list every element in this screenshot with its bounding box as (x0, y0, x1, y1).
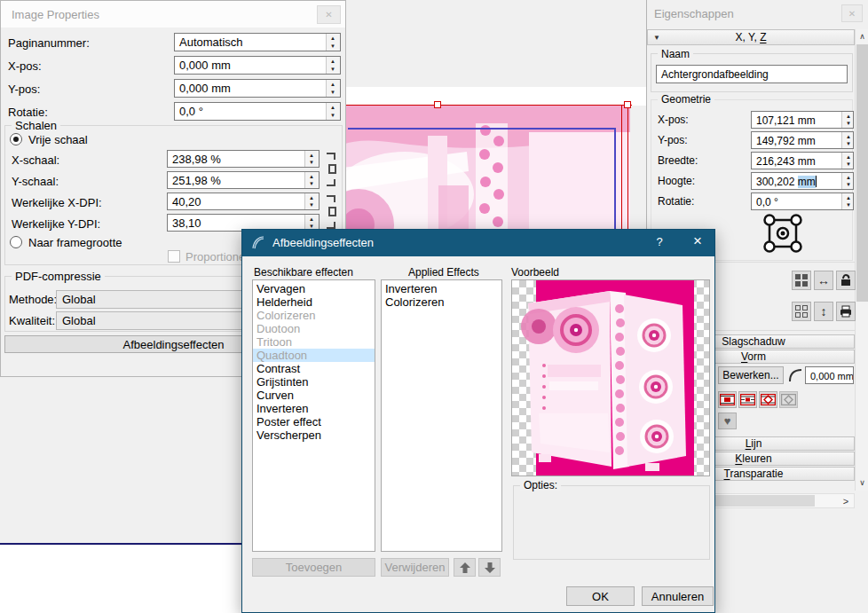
field-label: Hoogte: (658, 175, 695, 187)
verwijderen-button[interactable]: Verwijderen (381, 558, 449, 577)
close-icon[interactable]: ✕ (841, 4, 863, 22)
spinner-arrows[interactable] (304, 172, 319, 188)
bewerken-button[interactable]: Bewerken... (718, 366, 784, 384)
link-dpi-icon[interactable] (325, 194, 337, 230)
tab-xyz[interactable]: ▼ X, Y, Z (647, 29, 855, 45)
selected-text: mm (798, 176, 816, 188)
spinner-arrows[interactable] (304, 193, 319, 209)
naam-group-title: Naam (658, 48, 693, 60)
panel-ypos-spinbox[interactable]: 149,792 mm (751, 131, 854, 149)
selection-handle-top-middle[interactable] (434, 101, 441, 108)
page-edge-line (621, 105, 622, 229)
effect-item[interactable]: Curven (253, 389, 375, 402)
panel-rotatie-spinbox[interactable]: 0,0 ° (751, 193, 854, 210)
proportioneel-checkbox[interactable] (168, 250, 180, 263)
spinner-arrows[interactable] (326, 103, 340, 120)
annuleren-button[interactable]: Annuleren (642, 586, 714, 606)
vertical-scrollbar[interactable]: ∧ ∨ (855, 29, 868, 491)
available-effects-list[interactable]: Vervagen Helderheid Colorizeren Duotoon … (252, 279, 375, 552)
image-properties-title: Image Properties (12, 8, 99, 21)
xpos-spinbox[interactable]: 0,000 mm (174, 56, 341, 75)
scribus-app-icon (251, 236, 265, 250)
effect-item[interactable]: Grijstinten (253, 375, 375, 389)
guide-line-vertical (614, 128, 616, 229)
canvas-page-top-strip (343, 87, 646, 106)
page-bottom-border (0, 543, 241, 545)
applied-effect-item[interactable]: Inverteren (382, 282, 501, 295)
flip-horizontal-button[interactable]: ↔ (814, 271, 833, 290)
spinner-arrows[interactable] (326, 80, 340, 97)
ok-button[interactable]: OK (566, 586, 635, 606)
xdpi-spinbox[interactable]: 40,20 (167, 193, 320, 210)
effect-item[interactable]: Inverteren (253, 402, 375, 415)
close-icon[interactable]: ✕ (317, 5, 341, 24)
yschaal-spinbox[interactable]: 251,98 % (167, 171, 320, 189)
spinner-arrows[interactable] (326, 34, 340, 51)
shape-preview-button[interactable]: ♥ (718, 413, 737, 429)
field-label: Rotatie: (658, 195, 694, 208)
effect-item[interactable]: Vervagen (253, 282, 375, 295)
applied-effect-item[interactable]: Colorizeren (382, 295, 501, 309)
effect-item[interactable]: Helderheid (253, 295, 375, 309)
corner-radius-icon (789, 369, 802, 382)
close-icon[interactable]: × (684, 232, 711, 254)
effect-item[interactable]: Colorizeren (253, 309, 375, 322)
effect-item[interactable]: Contrast (253, 362, 375, 375)
level-lower-button[interactable] (792, 302, 811, 321)
applied-effects-list[interactable]: Inverteren Colorizeren (381, 279, 502, 552)
effects-dialog-title: Afbeeldingseffecten (272, 236, 374, 249)
geometrie-group-title: Geometrie (658, 93, 714, 106)
paginanummer-spinbox[interactable]: Automatisch (174, 33, 341, 51)
effect-item[interactable]: Poster effect (253, 415, 375, 428)
effects-dialog-titlebar[interactable]: Afbeeldingseffecten ? × (242, 230, 714, 256)
scroll-down-icon[interactable]: ∨ (856, 475, 868, 490)
scroll-up-icon[interactable]: ∧ (856, 29, 868, 43)
spinner-arrows[interactable] (304, 151, 319, 167)
spinner-arrows[interactable] (841, 193, 853, 209)
ypos-spinbox[interactable]: 0,000 mm (174, 79, 341, 98)
collapse-triangle-icon[interactable]: ▼ (653, 34, 660, 42)
textflow-frame-button[interactable] (738, 391, 757, 408)
effect-item[interactable]: Duotoon (253, 322, 375, 335)
lock-button[interactable] (836, 271, 856, 290)
textflow-shape-button[interactable] (759, 391, 777, 408)
level-raise-button[interactable] (792, 271, 811, 290)
field-label: Werkelijke Y-DPI: (12, 217, 100, 231)
vrije-schaal-radio[interactable] (10, 133, 22, 145)
scroll-right-icon[interactable]: > (838, 494, 854, 507)
hoogte-spinbox[interactable]: 300,202 mm (751, 172, 854, 190)
field-label: X-pos: (658, 114, 689, 126)
spinner-arrows[interactable] (841, 153, 853, 169)
breedte-spinbox[interactable]: 216,243 mm (751, 152, 854, 169)
printer-icon (839, 304, 853, 318)
canvas-background-image[interactable] (343, 106, 630, 229)
schalen-group-title: Schalen (12, 119, 60, 132)
xschaal-spinbox[interactable]: 238,98 % (167, 150, 320, 168)
effect-item[interactable]: Verscherpen (253, 428, 375, 442)
textflow-disabled-button[interactable] (718, 391, 737, 408)
panel-xpos-spinbox[interactable]: 107,121 mm (751, 111, 854, 129)
toevoegen-button[interactable]: Toevoegen (252, 558, 375, 577)
move-down-button[interactable] (478, 558, 501, 577)
move-up-button[interactable] (454, 558, 476, 577)
help-icon[interactable]: ? (649, 235, 670, 248)
spinner-arrows[interactable] (841, 132, 853, 148)
corner-radius-spinbox[interactable]: 0,000 mm (805, 366, 854, 384)
textflow-contour-button[interactable] (779, 391, 798, 408)
field-label: Y-schaal: (12, 175, 59, 188)
print-enabled-button[interactable] (836, 302, 856, 321)
spinner-arrows[interactable] (841, 112, 853, 128)
rotatie-spinbox[interactable]: 0,0 ° (174, 102, 341, 121)
scrollbar-thumb[interactable] (856, 44, 868, 302)
link-scale-icon[interactable] (325, 152, 337, 187)
name-input[interactable]: Achtergrondafbeelding (656, 65, 848, 83)
selection-handle-top-right[interactable] (624, 101, 631, 108)
spinner-arrows[interactable] (326, 57, 340, 74)
effect-item-selected[interactable]: Quadtoon (253, 349, 375, 362)
field-label: X-pos: (8, 59, 42, 73)
flip-vertical-button[interactable]: ↕ (814, 302, 833, 321)
basepoint-selector[interactable] (762, 213, 803, 254)
naar-framegrootte-radio[interactable] (10, 236, 22, 248)
spinner-arrows[interactable] (841, 173, 853, 189)
effect-item[interactable]: Tritoon (253, 335, 375, 349)
